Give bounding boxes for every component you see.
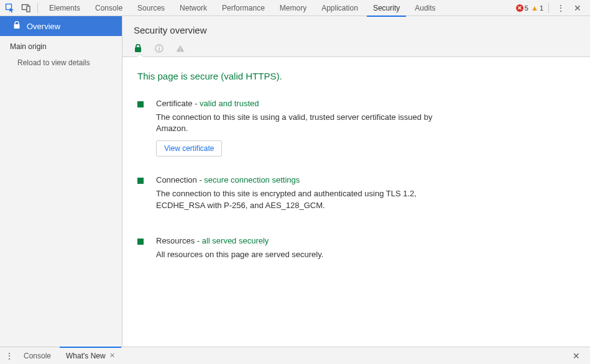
resources-title: Resources - all served securely	[156, 236, 323, 245]
tab-performance[interactable]: Performance	[214, 0, 272, 16]
toolbar-separator	[548, 3, 549, 13]
devtools-toolbar: Elements Console Sources Network Perform…	[0, 0, 590, 16]
drawer-bar: ⋮ Console What's New ✕ ✕	[0, 347, 590, 364]
state-caret-icon	[136, 53, 144, 57]
close-drawer-icon[interactable]: ✕	[569, 351, 584, 361]
toolbar-right: ✕ 5 ▲ 1 ⋮ ✕	[516, 3, 588, 13]
tab-memory[interactable]: Memory	[272, 0, 314, 16]
view-certificate-button[interactable]: View certificate	[156, 140, 222, 157]
drawer-tab-console[interactable]: Console	[16, 347, 58, 364]
status-square-icon	[137, 239, 144, 245]
inspect-element-icon[interactable]	[2, 1, 17, 16]
certificate-block: Certificate - valid and trusted The conn…	[137, 99, 575, 157]
error-icon: ✕	[516, 4, 523, 12]
content-header: Security overview	[122, 16, 590, 57]
resources-block: Resources - all served securely All reso…	[137, 236, 575, 266]
page-title: Security overview	[134, 25, 579, 35]
security-content: Security overview This page is secure (v…	[122, 16, 590, 347]
sidebar-reload-hint: Reload to view details	[0, 55, 122, 71]
state-warning-icon[interactable]	[176, 44, 185, 53]
drawer-right: ✕	[569, 347, 588, 364]
security-state-icons	[134, 44, 579, 57]
drawer-kebab-icon[interactable]: ⋮	[2, 347, 16, 364]
svg-rect-8	[180, 47, 180, 50]
svg-rect-7	[159, 48, 160, 51]
kebab-menu-icon[interactable]: ⋮	[554, 3, 568, 13]
svg-point-9	[180, 50, 181, 52]
resources-desc: All resources on this page are served se…	[156, 249, 323, 260]
svg-rect-4	[135, 47, 141, 52]
close-devtools-icon[interactable]: ✕	[570, 3, 585, 13]
svg-rect-3	[14, 24, 20, 29]
toolbar-separator	[37, 3, 38, 13]
certificate-title: Certificate - valid and trusted	[156, 99, 442, 108]
device-toggle-icon[interactable]	[19, 1, 34, 16]
connection-desc: The connection to this site is encrypted…	[156, 188, 442, 211]
warning-icon: ▲	[531, 4, 538, 12]
warning-badge[interactable]: ▲ 1	[531, 4, 543, 12]
state-secure-icon[interactable]	[134, 44, 142, 53]
lock-icon	[14, 21, 21, 31]
content-body: This page is secure (valid HTTPS). Certi…	[122, 57, 590, 347]
warning-count: 1	[540, 4, 543, 12]
status-square-icon	[137, 178, 144, 184]
sidebar-overview-label: Overview	[27, 22, 60, 31]
status-square-icon	[137, 101, 144, 107]
tab-security[interactable]: Security	[366, 0, 407, 16]
main-split: Overview Main origin Reload to view deta…	[0, 16, 590, 347]
panel-tabs: Elements Console Sources Network Perform…	[42, 0, 443, 16]
tab-console[interactable]: Console	[88, 0, 130, 16]
tab-sources[interactable]: Sources	[130, 0, 172, 16]
tab-elements[interactable]: Elements	[42, 0, 88, 16]
sidebar-main-origin[interactable]: Main origin	[0, 36, 122, 55]
close-tab-icon[interactable]: ✕	[109, 352, 115, 360]
tab-application[interactable]: Application	[314, 0, 366, 16]
drawer-tab-whatsnew[interactable]: What's New ✕	[58, 347, 122, 364]
svg-point-6	[159, 46, 160, 47]
svg-rect-2	[27, 6, 30, 12]
error-count: 5	[525, 4, 528, 12]
sidebar-item-overview[interactable]: Overview	[0, 16, 122, 36]
security-headline: This page is secure (valid HTTPS).	[137, 71, 575, 81]
connection-block: Connection - secure connection settings …	[137, 175, 575, 217]
connection-title: Connection - secure connection settings	[156, 175, 442, 184]
tab-audits[interactable]: Audits	[407, 0, 443, 16]
state-info-icon[interactable]	[155, 44, 164, 53]
certificate-desc: The connection to this site is using a v…	[156, 112, 442, 134]
security-sidebar: Overview Main origin Reload to view deta…	[0, 16, 122, 347]
error-badge[interactable]: ✕ 5	[516, 4, 528, 12]
tab-network[interactable]: Network	[172, 0, 214, 16]
